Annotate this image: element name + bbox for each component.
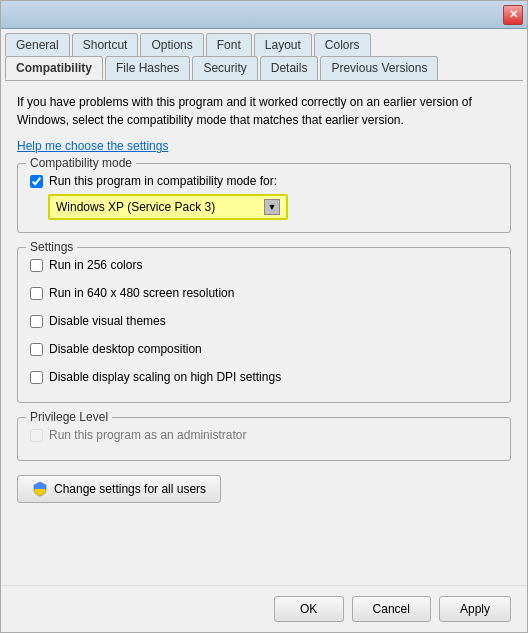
compat-select[interactable]: Windows XP (Service Pack 3) ▼ (48, 194, 288, 220)
tabs-row1: General Shortcut Options Font Layout Col… (1, 29, 527, 56)
tab-colors[interactable]: Colors (314, 33, 371, 56)
setting-res640-label: Run in 640 x 480 screen resolution (49, 286, 234, 300)
ok-button[interactable]: OK (274, 596, 344, 622)
privilege-items: Run this program as an administrator (30, 428, 498, 448)
compat-mode-group: Compatibility mode Run this program in c… (17, 163, 511, 233)
privilege-admin-row: Run this program as an administrator (30, 428, 498, 442)
privilege-admin-label: Run this program as an administrator (49, 428, 246, 442)
setting-colors256-label: Run in 256 colors (49, 258, 142, 272)
setting-visual-themes: Disable visual themes (30, 314, 498, 328)
footer: OK Cancel Apply (1, 585, 527, 632)
tab-shortcut[interactable]: Shortcut (72, 33, 139, 56)
privilege-group: Privilege Level Run this program as an a… (17, 417, 511, 461)
tab-layout[interactable]: Layout (254, 33, 312, 56)
tab-file-hashes[interactable]: File Hashes (105, 56, 190, 80)
setting-colors256: Run in 256 colors (30, 258, 498, 272)
setting-visual-themes-checkbox[interactable] (30, 315, 43, 328)
settings-group: Settings Run in 256 colors Run in 640 x … (17, 247, 511, 403)
privilege-group-label: Privilege Level (26, 410, 112, 424)
setting-res640-checkbox[interactable] (30, 287, 43, 300)
privilege-admin-checkbox[interactable] (30, 429, 43, 442)
compat-select-value: Windows XP (Service Pack 3) (56, 200, 215, 214)
close-button[interactable]: ✕ (503, 5, 523, 25)
tab-font[interactable]: Font (206, 33, 252, 56)
settings-items: Run in 256 colors Run in 640 x 480 scree… (30, 258, 498, 390)
tab-options[interactable]: Options (140, 33, 203, 56)
setting-res640: Run in 640 x 480 screen resolution (30, 286, 498, 300)
tab-general[interactable]: General (5, 33, 70, 56)
setting-desktop-comp-checkbox[interactable] (30, 343, 43, 356)
window: ✕ General Shortcut Options Font Layout C… (0, 0, 528, 633)
settings-group-label: Settings (26, 240, 77, 254)
apply-button[interactable]: Apply (439, 596, 511, 622)
title-bar: ✕ (1, 1, 527, 29)
tab-details[interactable]: Details (260, 56, 319, 80)
tab-security[interactable]: Security (192, 56, 257, 80)
compat-select-container: Windows XP (Service Pack 3) ▼ (48, 194, 498, 220)
change-settings-label: Change settings for all users (54, 482, 206, 496)
shield-uac-icon (32, 481, 48, 497)
setting-desktop-comp: Disable desktop composition (30, 342, 498, 356)
setting-colors256-checkbox[interactable] (30, 259, 43, 272)
compat-checkbox-label: Run this program in compatibility mode f… (49, 174, 277, 188)
setting-visual-themes-label: Disable visual themes (49, 314, 166, 328)
tab-previous-versions[interactable]: Previous Versions (320, 56, 438, 80)
help-link[interactable]: Help me choose the settings (17, 139, 511, 153)
setting-dpi-scaling-checkbox[interactable] (30, 371, 43, 384)
setting-dpi-scaling: Disable display scaling on high DPI sett… (30, 370, 498, 384)
tabs-row2: Compatibility File Hashes Security Detai… (1, 56, 527, 80)
compat-group-label: Compatibility mode (26, 156, 136, 170)
tab-compatibility[interactable]: Compatibility (5, 56, 103, 80)
content-area: If you have problems with this program a… (1, 81, 527, 585)
cancel-button[interactable]: Cancel (352, 596, 431, 622)
description-text: If you have problems with this program a… (17, 93, 511, 129)
compat-checkbox-row: Run this program in compatibility mode f… (30, 174, 498, 188)
setting-desktop-comp-label: Disable desktop composition (49, 342, 202, 356)
change-settings-button[interactable]: Change settings for all users (17, 475, 221, 503)
setting-dpi-scaling-label: Disable display scaling on high DPI sett… (49, 370, 281, 384)
compat-checkbox[interactable] (30, 175, 43, 188)
select-arrow-icon: ▼ (264, 199, 280, 215)
